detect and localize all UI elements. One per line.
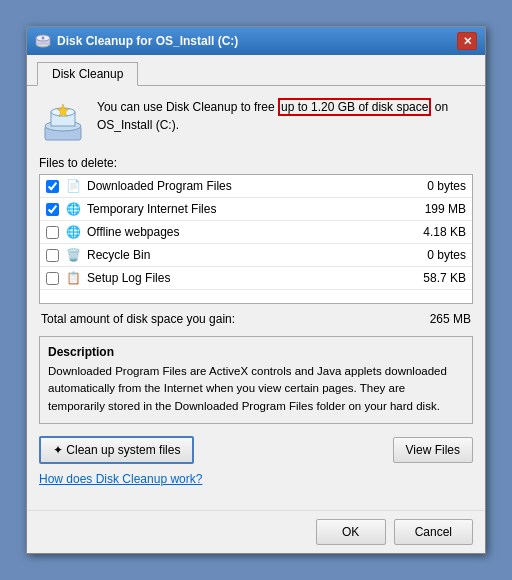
description-label: Description (48, 345, 464, 359)
main-content: You can use Disk Cleanup to free up to 1… (27, 86, 485, 510)
file-name: Temporary Internet Files (87, 202, 405, 216)
file-checkbox[interactable] (46, 272, 59, 285)
cancel-button[interactable]: Cancel (394, 519, 473, 545)
ok-button[interactable]: OK (316, 519, 386, 545)
file-size: 58.7 KB (411, 271, 466, 285)
title-bar: Disk Cleanup for OS_Install (C:) ✕ (27, 27, 485, 55)
disk-space-highlight: up to 1.20 GB of disk space (278, 98, 431, 116)
file-size: 4.18 KB (411, 225, 466, 239)
file-size: 0 bytes (411, 248, 466, 262)
svg-point-3 (42, 37, 45, 40)
file-size: 199 MB (411, 202, 466, 216)
file-size: 0 bytes (411, 179, 466, 193)
description-box: Description Downloaded Program Files are… (39, 336, 473, 424)
file-row: 🗑️Recycle Bin0 bytes (40, 244, 472, 267)
main-window: Disk Cleanup for OS_Install (C:) ✕ Disk … (26, 26, 486, 554)
header-text: You can use Disk Cleanup to free up to 1… (97, 98, 473, 134)
help-link[interactable]: How does Disk Cleanup work? (39, 472, 202, 486)
file-row: 🌐Offline webpages4.18 KB (40, 221, 472, 244)
view-files-button[interactable]: View Files (393, 437, 473, 463)
description-text: Downloaded Program Files are ActiveX con… (48, 363, 464, 415)
tab-disk-cleanup[interactable]: Disk Cleanup (37, 62, 138, 86)
cleanup-system-files-button[interactable]: ✦ Clean up system files (39, 436, 194, 464)
file-checkbox[interactable] (46, 203, 59, 216)
action-buttons: ✦ Clean up system files View Files (39, 436, 473, 464)
file-type-icon: 📋 (65, 270, 81, 286)
window-title: Disk Cleanup for OS_Install (C:) (57, 34, 238, 48)
file-type-icon: 🌐 (65, 224, 81, 240)
total-label: Total amount of disk space you gain: (41, 312, 235, 326)
file-checkbox[interactable] (46, 180, 59, 193)
file-name: Offline webpages (87, 225, 405, 239)
file-row: 📄Downloaded Program Files0 bytes (40, 175, 472, 198)
header-section: You can use Disk Cleanup to free up to 1… (39, 98, 473, 146)
file-type-icon: 🗑️ (65, 247, 81, 263)
window-icon (35, 33, 51, 49)
total-row: Total amount of disk space you gain: 265… (39, 312, 473, 326)
file-name: Downloaded Program Files (87, 179, 405, 193)
files-list[interactable]: 📄Downloaded Program Files0 bytes🌐Tempora… (39, 174, 473, 304)
header-text-before: You can use Disk Cleanup to free (97, 100, 278, 114)
dialog-footer: OK Cancel (27, 510, 485, 553)
file-checkbox[interactable] (46, 226, 59, 239)
close-button[interactable]: ✕ (457, 32, 477, 50)
file-checkbox[interactable] (46, 249, 59, 262)
tab-bar: Disk Cleanup (27, 55, 485, 86)
file-type-icon: 🌐 (65, 201, 81, 217)
files-label: Files to delete: (39, 156, 473, 170)
file-row: 🌐Temporary Internet Files199 MB (40, 198, 472, 221)
total-value: 265 MB (430, 312, 471, 326)
disk-cleanup-icon (39, 98, 87, 146)
file-name: Recycle Bin (87, 248, 405, 262)
file-row: 📋Setup Log Files58.7 KB (40, 267, 472, 290)
title-bar-left: Disk Cleanup for OS_Install (C:) (35, 33, 238, 49)
file-type-icon: 📄 (65, 178, 81, 194)
file-name: Setup Log Files (87, 271, 405, 285)
